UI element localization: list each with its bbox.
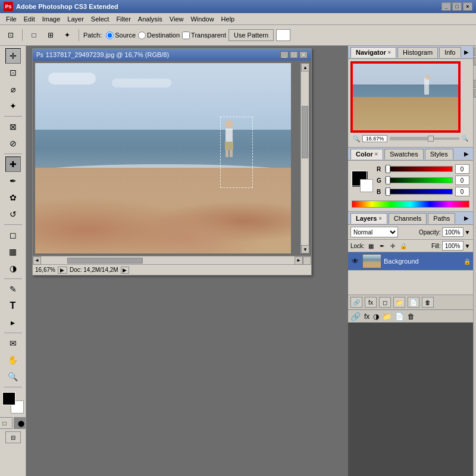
destination-radio-input[interactable] [138, 32, 146, 39]
doc-close[interactable]: × [299, 51, 308, 58]
strip-btn-3[interactable]: ▲ [474, 80, 477, 88]
chain-link-icon[interactable]: 🔗 [350, 312, 361, 321]
standard-mode-btn[interactable]: □ [0, 417, 12, 429]
menu-help[interactable]: Help [218, 14, 239, 24]
source-radio[interactable]: Source [106, 32, 136, 39]
nav-panel-menu[interactable]: ▶ [462, 48, 471, 57]
menu-view[interactable]: View [166, 14, 187, 24]
move-tool[interactable]: ✛ [5, 48, 21, 64]
zoom-percent-display[interactable]: 16.67% [362, 135, 387, 142]
fill-dropdown-icon[interactable]: ▼ [465, 243, 471, 249]
toolbar-icon-3[interactable]: ⊞ [43, 29, 58, 42]
toolbar-icon-1[interactable]: ⊡ [4, 29, 18, 42]
g-value[interactable]: 0 [455, 176, 469, 185]
color-panel-menu[interactable]: ▶ [462, 150, 471, 158]
tab-styles[interactable]: Styles [425, 149, 453, 159]
close-button[interactable]: × [463, 2, 472, 11]
magic-wand-tool[interactable]: ✦ [5, 98, 21, 114]
zoom-slider-thumb[interactable] [428, 136, 434, 142]
menu-filter[interactable]: Filter [112, 14, 134, 24]
v-scroll-down[interactable]: ▼ [301, 245, 309, 253]
marquee-tool[interactable]: ⊡ [5, 65, 21, 80]
tab-info[interactable]: Info [439, 47, 461, 58]
tab-color[interactable]: Color × [350, 149, 383, 159]
h-scroll-left[interactable]: ◄ [33, 256, 41, 265]
doc-minimize[interactable]: _ [280, 51, 289, 58]
v-scroll-thumb[interactable] [302, 106, 308, 158]
source-radio-input[interactable] [106, 32, 114, 39]
pattern-selector[interactable] [276, 29, 290, 41]
doc-maximize[interactable]: □ [290, 51, 298, 58]
lock-transparent-icon[interactable]: ▦ [367, 242, 375, 250]
bg-color-box[interactable] [360, 179, 373, 192]
use-pattern-button[interactable]: Use Pattern [228, 29, 274, 41]
eyedropper-tool[interactable]: ⊘ [5, 136, 21, 151]
fill-input[interactable] [442, 241, 464, 250]
delete-layer-btn[interactable]: 🗑 [422, 297, 434, 308]
transparent-checkbox[interactable] [182, 32, 190, 39]
tab-swatches[interactable]: Swatches [384, 149, 424, 159]
layers-panel-menu[interactable]: ▶ [462, 214, 471, 223]
zoom-tool[interactable]: 🔍 [5, 369, 21, 384]
h-scroll-right[interactable]: ► [295, 256, 303, 265]
menu-file[interactable]: File [2, 14, 20, 24]
layer-mode-dropdown[interactable]: Normal [350, 227, 398, 237]
zoom-indicator[interactable]: ▶ [58, 267, 67, 274]
b-value[interactable]: 0 [455, 187, 469, 196]
r-slider-track[interactable] [385, 166, 453, 172]
new-group-btn[interactable]: 📁 [393, 297, 405, 308]
lock-paint-icon[interactable]: ✒ [378, 242, 386, 250]
heal-tool[interactable]: ✚ [5, 156, 21, 172]
r-slider-thumb[interactable] [386, 165, 390, 173]
menu-image[interactable]: Image [39, 14, 64, 24]
menu-layer[interactable]: Layer [64, 14, 87, 24]
path-select-tool[interactable]: ▸ [5, 315, 21, 330]
menu-analysis[interactable]: Analysis [134, 14, 166, 24]
tab-channels[interactable]: Channels [389, 213, 427, 224]
lasso-tool[interactable]: ⌀ [5, 82, 21, 97]
add-mask-btn[interactable]: ◻ [379, 297, 391, 308]
history-brush-tool[interactable]: ↺ [5, 206, 21, 222]
status-arrow[interactable]: ▶ [121, 267, 129, 274]
notes-tool[interactable]: ✉ [5, 336, 21, 351]
clone-tool[interactable]: ✿ [5, 190, 21, 205]
crop-tool[interactable]: ⊠ [5, 119, 21, 134]
transparent-check[interactable]: Transparent [182, 32, 226, 39]
hand-tool[interactable]: ✋ [5, 352, 21, 368]
trash-icon[interactable]: 🗑 [408, 312, 415, 321]
fx-icon[interactable]: fx [364, 312, 369, 321]
strip-btn-1[interactable]: ◀ [474, 48, 477, 56]
eraser-tool[interactable]: ◻ [5, 227, 21, 243]
menu-window[interactable]: Window [187, 14, 217, 24]
minimize-button[interactable]: _ [441, 2, 451, 11]
tab-histogram[interactable]: Histogram [397, 47, 438, 58]
link-layers-btn[interactable]: 🔗 [350, 297, 362, 308]
quick-mask-btn[interactable]: ⬤ [14, 417, 27, 429]
layer-background[interactable]: 👁 Background 🔒 [348, 252, 473, 271]
menu-select[interactable]: Select [87, 14, 113, 24]
lock-move-icon[interactable]: ✛ [389, 242, 397, 250]
zoom-slider[interactable] [390, 137, 459, 140]
h-scroll-thumb[interactable] [67, 258, 143, 264]
color-close-icon[interactable]: × [375, 151, 378, 157]
zoom-out-button[interactable]: 🔍 [353, 136, 360, 142]
menu-edit[interactable]: Edit [20, 14, 39, 24]
opacity-dropdown-icon[interactable]: ▼ [465, 229, 471, 236]
strip-btn-2[interactable]: ▲ [474, 57, 477, 65]
standard-screen-btn[interactable]: ⊟ [5, 431, 21, 443]
type-tool[interactable]: T [5, 298, 21, 314]
toolbar-icon-4[interactable]: ✦ [60, 29, 74, 42]
tab-navigator[interactable]: Navigator × [350, 47, 396, 58]
gradient-map-icon[interactable]: ◑ [373, 312, 379, 321]
dodge-tool[interactable]: ◑ [5, 261, 21, 276]
tab-layers[interactable]: Layers × [350, 213, 387, 224]
new-page-icon[interactable]: 📄 [395, 312, 404, 321]
opacity-input[interactable] [442, 227, 464, 237]
add-style-btn[interactable]: fx [365, 297, 377, 308]
brush-tool[interactable]: ✒ [5, 173, 21, 189]
doc-canvas[interactable] [35, 63, 291, 253]
lock-all-icon[interactable]: 🔒 [399, 242, 408, 250]
new-layer-btn[interactable]: 📄 [408, 297, 419, 308]
maximize-button[interactable]: □ [452, 2, 462, 11]
strip-btn-4[interactable]: ▲ [474, 89, 477, 98]
